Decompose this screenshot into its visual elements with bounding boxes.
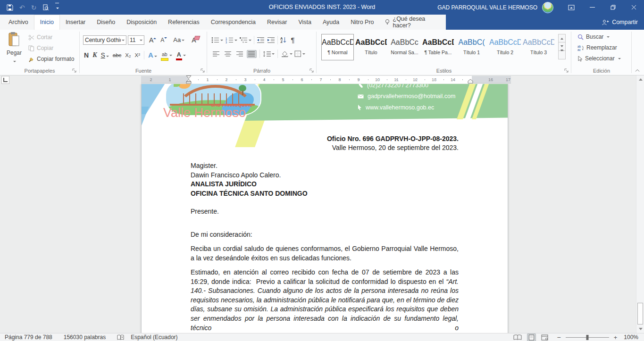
- shrink-font-button[interactable]: A: [159, 35, 168, 45]
- style-normal-sa[interactable]: AaBbCc Normal Sa...: [388, 34, 421, 60]
- shading-button[interactable]: [281, 50, 293, 57]
- tab-archivo[interactable]: Archivo: [3, 15, 34, 30]
- scroll-down-icon[interactable]: [636, 325, 644, 333]
- tab-inicio[interactable]: Inicio: [34, 15, 60, 30]
- align-center-button[interactable]: [223, 50, 233, 58]
- zoom-slider-thumb[interactable]: [586, 335, 588, 340]
- style-titulo-1[interactable]: AaBbC( Título 1: [455, 34, 488, 60]
- addressee-line: Magister.: [191, 161, 459, 171]
- customize-qat-icon[interactable]: [55, 3, 59, 12]
- superscript-button[interactable]: X²: [135, 51, 141, 59]
- strikethrough-button[interactable]: abc: [113, 51, 122, 59]
- clipboard-dialog-launcher-icon[interactable]: [72, 68, 76, 73]
- ribbon-display-options-icon[interactable]: [561, 0, 582, 15]
- style-titulo-2[interactable]: AaBbCcD Título 2: [489, 34, 521, 60]
- copy-button[interactable]: Copiar: [28, 45, 53, 51]
- page-count[interactable]: Página 779 de 788: [5, 334, 52, 341]
- styles-dialog-launcher-icon[interactable]: [564, 68, 569, 73]
- zoom-level[interactable]: 100%: [624, 334, 638, 341]
- web-layout-button[interactable]: [540, 333, 550, 341]
- font-size-combobox[interactable]: 11: [128, 35, 144, 45]
- align-left-button[interactable]: [211, 50, 221, 58]
- share-button[interactable]: Compartir: [602, 15, 638, 30]
- collapse-ribbon-icon[interactable]: [635, 68, 640, 72]
- undo-icon[interactable]: ↶: [19, 3, 25, 12]
- word-count[interactable]: 156030 palabras: [64, 334, 106, 341]
- account-name[interactable]: GAD PARROQUIAL VALLE HERMOSO: [437, 4, 537, 11]
- select-button[interactable]: Seleccionar: [577, 55, 621, 62]
- line-spacing-button[interactable]: [263, 51, 275, 57]
- save-icon[interactable]: [7, 4, 13, 11]
- underline-button[interactable]: S: [100, 51, 109, 59]
- zoom-out-button[interactable]: −: [557, 333, 561, 341]
- increase-indent-button[interactable]: [267, 37, 275, 43]
- proofing-status-icon[interactable]: [117, 334, 124, 340]
- find-button[interactable]: Buscar: [577, 33, 610, 40]
- print-layout-button[interactable]: [527, 333, 536, 341]
- font-name-combobox[interactable]: Century Gothic: [83, 35, 126, 45]
- close-button[interactable]: [623, 0, 644, 15]
- restore-button[interactable]: [602, 0, 623, 15]
- minimize-button[interactable]: [582, 0, 602, 15]
- cut-button[interactable]: Cortar: [28, 34, 52, 41]
- subscript-button[interactable]: X₂: [125, 51, 131, 59]
- decrease-indent-button[interactable]: [257, 37, 265, 43]
- paragraph-dialog-launcher-icon[interactable]: [309, 68, 314, 73]
- tell-me-box[interactable]: ¿Qué desea hacer?: [380, 15, 446, 30]
- document-page[interactable]: Valle Hermoso GAD PARROQUIAL (02)2773220…: [141, 84, 508, 333]
- tab-nitro-pro[interactable]: Nitro Pro: [345, 15, 379, 30]
- paste-button[interactable]: Pegar: [5, 32, 24, 65]
- font-color-button[interactable]: A: [176, 50, 186, 60]
- tab-selector-button[interactable]: [1, 76, 9, 84]
- tab-insertar[interactable]: Insertar: [60, 15, 91, 30]
- change-case-button[interactable]: Aa: [172, 35, 186, 45]
- text-effects-button[interactable]: A: [148, 51, 157, 59]
- show-formatting-marks-button[interactable]: ¶: [291, 36, 294, 44]
- zoom-slider[interactable]: [566, 337, 609, 338]
- group-label-styles: Estilos: [317, 68, 571, 74]
- style-table-paragraph[interactable]: AaBbCcD ¶ Table Pa...: [422, 34, 454, 60]
- tab-ayuda[interactable]: Ayuda: [317, 15, 345, 30]
- justify-button[interactable]: [247, 50, 257, 58]
- vertical-scrollbar[interactable]: [636, 75, 644, 333]
- styles-gallery-up-icon[interactable]: [558, 34, 566, 42]
- tab-revisar[interactable]: Revisar: [261, 15, 293, 30]
- bold-button[interactable]: N: [84, 51, 89, 59]
- font-dialog-launcher-icon[interactable]: [201, 68, 205, 73]
- redo-icon[interactable]: ↻: [31, 3, 37, 12]
- numbering-button[interactable]: 123: [226, 37, 237, 43]
- style-titulo-3[interactable]: AaBbCcD Título 3: [522, 34, 555, 60]
- right-indent-marker-icon[interactable]: [468, 79, 473, 83]
- zoom-in-button[interactable]: +: [614, 334, 618, 341]
- styles-gallery-more-icon[interactable]: [558, 51, 566, 59]
- style-titulo[interactable]: AaBbCcD Título: [355, 34, 387, 60]
- paragraph-2-regular: Estimado, en atención al correo recibido…: [191, 268, 459, 285]
- indent-markers-icon[interactable]: [185, 75, 192, 84]
- tab-vista[interactable]: Vista: [293, 15, 317, 30]
- grow-font-button[interactable]: A: [148, 35, 158, 45]
- tab-correspondencia[interactable]: Correspondencia: [205, 15, 261, 30]
- language-status[interactable]: Español (Ecuador): [131, 334, 177, 341]
- tab-diseno[interactable]: Diseño: [91, 15, 121, 30]
- horizontal-ruler[interactable]: 2 1 1 2 3 4 5 6 7 8 9 10 11 12 13 14 16 …: [141, 76, 511, 83]
- italic-button[interactable]: K: [92, 51, 97, 59]
- format-painter-button[interactable]: Copiar formato: [28, 56, 74, 62]
- tab-disposicion[interactable]: Disposición: [121, 15, 162, 30]
- letterhead-website-line: www.vallehermoso.gob.ec: [358, 104, 434, 111]
- replace-button[interactable]: abac Reemplazar: [577, 44, 617, 51]
- sort-button[interactable]: A Z: [280, 37, 286, 43]
- tab-referencias[interactable]: Referencias: [162, 15, 205, 30]
- addressee-line: OFICINA TÉCNICA SANTO DOMINGO: [191, 189, 459, 199]
- style-normal[interactable]: AaBbCcD ¶ Normal: [321, 34, 354, 60]
- print-preview-icon[interactable]: [42, 4, 49, 11]
- scroll-up-icon[interactable]: [636, 75, 644, 83]
- highlight-button[interactable]: ab: [161, 50, 172, 61]
- clear-formatting-button[interactable]: A: [190, 35, 197, 45]
- bullets-button[interactable]: [211, 37, 223, 43]
- read-mode-button[interactable]: [512, 333, 523, 341]
- borders-button[interactable]: [294, 50, 305, 57]
- account-avatar[interactable]: [542, 2, 553, 13]
- multilevel-list-button[interactable]: [240, 37, 251, 43]
- scrollbar-thumb[interactable]: [637, 303, 643, 324]
- align-right-button[interactable]: [235, 50, 245, 58]
